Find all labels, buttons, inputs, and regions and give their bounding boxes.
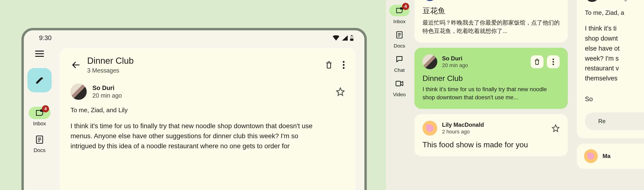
nav-inbox-label: Inbox (33, 121, 46, 127)
back-button[interactable] (70, 60, 81, 70)
status-icons (332, 35, 354, 41)
reader-time: 20 min ago (604, 0, 630, 2)
thread-list: 10 min ago 豆花鱼 最近忙吗？昨晚我去了你最爱的那家饭馆，点了他们的特… (413, 0, 572, 169)
nav-docs[interactable]: Docs (28, 133, 50, 153)
compose-fab[interactable] (28, 68, 52, 92)
reply-label: Re (598, 118, 606, 125)
status-bar: 9:30 (24, 30, 364, 46)
nav-inbox[interactable]: 4 Inbox (389, 5, 410, 24)
star-button[interactable] (336, 87, 345, 96)
message-body: I think it's time for us to finally try … (70, 121, 320, 151)
list-sender: Ma (602, 153, 610, 159)
list-preview: I think it's time for us to finally try … (422, 85, 560, 102)
list-title: 豆花鱼 (422, 6, 560, 16)
list-item[interactable]: So Duri 20 min ago Dinner Club I think i… (414, 48, 568, 109)
nav-docs-label: Docs (34, 147, 46, 153)
svg-rect-3 (35, 51, 44, 52)
svg-rect-5 (35, 56, 44, 57)
star-button[interactable] (552, 124, 560, 132)
sender-name: So Duri (92, 84, 122, 92)
menu-button[interactable] (34, 48, 45, 59)
svg-point-21 (552, 61, 554, 62)
inbox-badge: 4 (42, 105, 49, 113)
list-preview: 最近忙吗？昨晚我去了你最爱的那家饭馆，点了他们的特色豆花鱼，吃着吃着就想你了..… (422, 19, 560, 35)
chat-icon (396, 56, 403, 62)
list-title: This food show is made for you (422, 140, 560, 149)
reader-signature: So (585, 96, 644, 103)
nav-rail: 4 Inbox Docs Chat (386, 0, 413, 190)
nav-docs[interactable]: Docs (389, 29, 410, 49)
list-title: Dinner Club (422, 74, 560, 83)
svg-point-22 (552, 63, 554, 65)
avatar (422, 54, 437, 69)
nav-docs-label: Docs (394, 43, 405, 49)
docs-icon (36, 136, 43, 144)
list-sender: Lily MacDonald (442, 122, 484, 128)
delete-button[interactable] (531, 55, 544, 68)
svg-point-11 (343, 61, 344, 62)
inbox-icon (396, 7, 403, 14)
cellular-icon (342, 35, 348, 41)
nav-video[interactable]: Video (389, 78, 410, 98)
video-icon (396, 81, 403, 86)
svg-rect-2 (350, 39, 354, 41)
list-time: 2 hours ago (442, 129, 484, 135)
reader-body: I think it's ti shop downt else have ot … (585, 24, 644, 83)
docs-icon (396, 31, 403, 38)
wifi-icon (332, 35, 340, 41)
status-clock: 9:30 (35, 34, 52, 42)
svg-rect-4 (35, 53, 44, 54)
nav-inbox[interactable]: 4 Inbox (28, 107, 50, 127)
avatar (584, 149, 598, 163)
list-item[interactable]: 10 min ago 豆花鱼 最近忙吗？昨晚我去了你最爱的那家饭馆，点了他们的特… (414, 0, 568, 43)
pencil-icon (35, 76, 44, 85)
avatar (422, 121, 437, 136)
nav-video-label: Video (393, 92, 406, 98)
avatar (70, 83, 87, 100)
phone-frame: 9:30 (22, 28, 367, 190)
sender-time: 20 min ago (92, 92, 122, 99)
nav-chat[interactable]: Chat (389, 53, 410, 73)
reader-recipients: To me, Ziad, a (585, 9, 644, 17)
svg-point-20 (552, 58, 554, 60)
reader-pane: So Du 20 min ago To me, Ziad, a I think … (577, 0, 644, 138)
thread-title: Dinner Club (87, 56, 319, 66)
list-item[interactable]: Lily MacDonald 2 hours ago This food sho… (414, 114, 568, 156)
reply-button[interactable]: Re (585, 113, 644, 130)
delete-button[interactable] (325, 61, 332, 69)
list-time: 20 min ago (442, 62, 468, 68)
svg-point-12 (343, 64, 344, 66)
nav-inbox-label: Inbox (393, 19, 405, 24)
thread-detail: Dinner Club 3 Messages (60, 48, 356, 190)
inbox-badge: 4 (402, 3, 409, 10)
avatar (585, 0, 599, 2)
more-button[interactable] (342, 61, 345, 69)
more-button[interactable] (547, 55, 560, 68)
nav-rail: 4 Inbox Docs (24, 46, 55, 190)
list-item[interactable]: Ma (577, 143, 644, 169)
nav-chat-label: Chat (394, 67, 405, 73)
svg-point-13 (343, 67, 344, 69)
battery-icon (350, 35, 354, 41)
svg-rect-0 (351, 35, 352, 36)
list-sender: So Duri (442, 55, 468, 62)
svg-rect-19 (396, 81, 400, 86)
avatar (422, 0, 437, 1)
thread-subtitle: 3 Messages (87, 67, 319, 74)
recipients: To me, Ziad, and Lily (70, 107, 345, 114)
